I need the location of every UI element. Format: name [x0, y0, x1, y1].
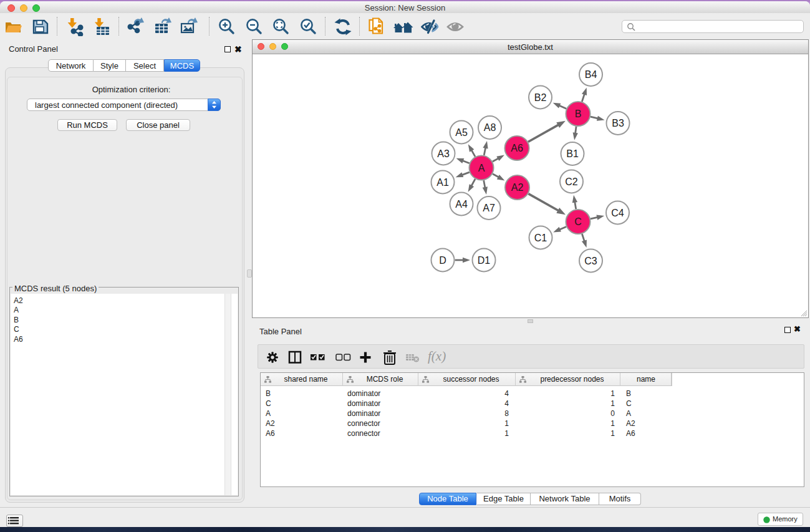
- svg-text:B4: B4: [585, 69, 597, 80]
- svg-text:A3: A3: [437, 148, 450, 159]
- svg-text:A: A: [478, 163, 485, 173]
- svg-text:A8: A8: [484, 122, 496, 133]
- svg-text:A2: A2: [511, 182, 524, 193]
- svg-text:A7: A7: [483, 203, 495, 213]
- svg-text:A1: A1: [436, 177, 449, 188]
- svg-text:B2: B2: [534, 92, 547, 103]
- svg-text:A4: A4: [455, 199, 468, 210]
- svg-text:D1: D1: [478, 255, 491, 266]
- svg-text:C1: C1: [534, 233, 547, 243]
- svg-text:D: D: [439, 255, 446, 266]
- svg-text:B3: B3: [612, 118, 624, 128]
- svg-text:B1: B1: [566, 148, 579, 159]
- svg-text:C4: C4: [611, 208, 624, 218]
- svg-text:B: B: [575, 109, 582, 119]
- svg-text:A5: A5: [455, 127, 468, 138]
- svg-text:C3: C3: [584, 256, 597, 266]
- svg-text:C2: C2: [565, 177, 578, 187]
- svg-text:C: C: [574, 216, 582, 227]
- svg-text:A6: A6: [511, 143, 523, 153]
